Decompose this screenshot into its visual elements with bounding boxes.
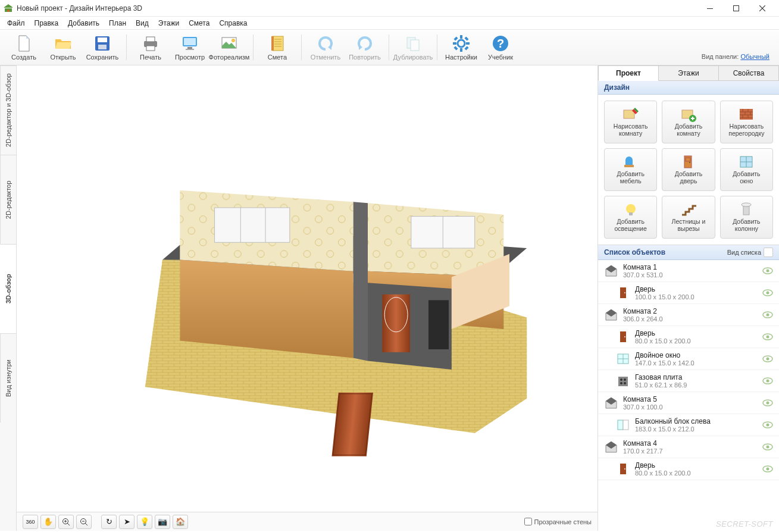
tool-save[interactable]: Сохранить xyxy=(83,32,121,62)
view-snapshot-button[interactable]: 📷 xyxy=(155,515,170,529)
visibility-eye-icon[interactable] xyxy=(762,311,773,318)
view-zoom-in-button[interactable] xyxy=(58,515,74,529)
svg-marker-42 xyxy=(353,202,368,361)
visibility-eye-icon[interactable] xyxy=(762,267,773,274)
svg-rect-67 xyxy=(629,212,633,215)
vertical-tab-strip: 2D-редактор и 3D-обзор 2D-редактор 3D-об… xyxy=(0,65,17,531)
visibility-eye-icon[interactable] xyxy=(762,399,773,406)
vtab-2d3d-combo[interactable]: 2D-редактор и 3D-обзор xyxy=(0,65,16,155)
design-button-label: Нарисовать перегородку xyxy=(728,123,764,137)
design-button-3[interactable]: Добавить мебель xyxy=(604,148,657,191)
object-row[interactable]: Балконный блок слева183.0 x 15.0 x 212.0 xyxy=(598,414,779,436)
object-list-mode-label[interactable]: Вид списка xyxy=(727,249,761,256)
visibility-eye-icon[interactable] xyxy=(762,289,773,296)
design-button-1[interactable]: Добавить комнату xyxy=(662,101,715,143)
svg-point-109 xyxy=(624,468,625,470)
tool-duplicate[interactable]: Дублировать xyxy=(394,32,432,62)
folder-open-icon xyxy=(54,34,73,53)
svg-rect-39 xyxy=(215,208,290,242)
object-row[interactable]: Комната 5307.0 x 100.0 xyxy=(598,392,779,414)
menu-plan[interactable]: План xyxy=(104,18,131,29)
view-camera-button[interactable]: ➤ xyxy=(119,515,134,529)
tab-floors[interactable]: Этажи xyxy=(659,65,719,81)
visibility-eye-icon[interactable] xyxy=(762,421,773,428)
design-button-5[interactable]: Добавить окно xyxy=(720,148,773,191)
design-button-8[interactable]: Добавить колонну xyxy=(720,196,773,239)
object-row[interactable]: Двойное окно147.0 x 15.0 x 142.0 xyxy=(598,348,779,370)
visibility-eye-icon[interactable] xyxy=(762,465,773,472)
visibility-eye-icon[interactable] xyxy=(762,377,773,384)
design-button-2[interactable]: Нарисовать перегородку xyxy=(720,101,773,143)
tab-project[interactable]: Проект xyxy=(598,65,659,81)
object-row[interactable]: Дверь100.0 x 15.0 x 200.0 xyxy=(598,282,779,304)
door-icon xyxy=(616,462,630,475)
vtab-inside-view[interactable]: Вид изнутри xyxy=(0,333,16,423)
minimize-button[interactable] xyxy=(697,1,723,16)
svg-point-91 xyxy=(624,378,626,381)
tool-open[interactable]: Открыть xyxy=(44,32,82,62)
menu-floors[interactable]: Этажи xyxy=(154,18,184,29)
menu-add[interactable]: Добавить xyxy=(63,18,104,29)
close-button[interactable] xyxy=(749,1,775,16)
object-row[interactable]: Комната 1307.0 x 531.0 xyxy=(598,260,779,282)
object-list[interactable]: Комната 1307.0 x 531.0Дверь100.0 x 15.0 … xyxy=(598,260,779,531)
transparent-walls-checkbox[interactable] xyxy=(524,518,532,525)
tab-properties[interactable]: Свойства xyxy=(719,65,779,81)
panel-mode-switcher[interactable]: Вид панели: Обычный xyxy=(702,53,769,60)
tool-preview[interactable]: Просмотр xyxy=(171,32,209,62)
new-file-icon xyxy=(14,34,33,53)
object-dims: 80.0 x 15.0 x 200.0 xyxy=(635,470,758,477)
menu-budget[interactable]: Смета xyxy=(184,18,214,29)
object-row[interactable]: Дверь80.0 x 15.0 x 200.0 xyxy=(598,458,779,480)
tool-budget[interactable]: Смета xyxy=(258,32,296,62)
vtab-2d-editor[interactable]: 2D-редактор xyxy=(0,155,16,244)
visibility-eye-icon[interactable] xyxy=(762,443,773,450)
svg-point-77 xyxy=(767,292,769,295)
view-pan-button[interactable]: ✋ xyxy=(40,515,56,529)
svg-rect-2 xyxy=(734,5,739,11)
object-row[interactable]: Комната 4170.0 x 217.7 xyxy=(598,436,779,458)
balcony-icon xyxy=(616,418,630,431)
design-button-icon xyxy=(680,107,697,122)
object-row[interactable]: Газовая плита51.0 x 62.1 x 86.9 xyxy=(598,370,779,392)
tool-redo[interactable]: Повторить xyxy=(346,32,384,62)
design-button-label: Лестницы и вырезы xyxy=(672,218,706,232)
list-view-icon[interactable] xyxy=(764,248,773,257)
view-360-button[interactable]: 360 xyxy=(23,515,38,529)
view-home-button[interactable]: 🏠 xyxy=(173,515,188,529)
3d-viewport[interactable] xyxy=(17,65,597,512)
design-button-4[interactable]: Добавить дверь xyxy=(662,148,715,191)
tool-settings[interactable]: Настройки xyxy=(442,32,480,62)
svg-marker-37 xyxy=(180,259,353,358)
svg-rect-21 xyxy=(460,48,462,52)
view-rotate-button[interactable]: ↻ xyxy=(101,515,117,529)
design-button-7[interactable]: Лестницы и вырезы xyxy=(662,196,715,239)
tool-undo[interactable]: Отменить xyxy=(306,32,345,62)
menu-file[interactable]: Файл xyxy=(2,18,30,29)
tool-tutorial[interactable]: ? Учебник xyxy=(481,32,520,62)
view-zoom-out-button[interactable] xyxy=(76,515,92,529)
design-button-0[interactable]: Нарисовать комнату xyxy=(604,101,657,143)
tool-create[interactable]: Создать xyxy=(5,32,43,62)
design-button-6[interactable]: Добавить освещение xyxy=(604,196,657,239)
svg-point-69 xyxy=(742,203,751,206)
printer-icon xyxy=(141,34,160,53)
vtab-3d-view[interactable]: 3D-обзор xyxy=(0,244,16,333)
object-dims: 307.0 x 100.0 xyxy=(623,403,758,411)
svg-rect-26 xyxy=(464,36,468,40)
transparent-walls-toggle[interactable]: Прозрачные стены xyxy=(524,518,592,525)
menu-edit[interactable]: Правка xyxy=(30,18,64,29)
view-light-button[interactable]: 💡 xyxy=(137,515,152,529)
viewport-toolbar: 360 ✋ ↻ ➤ 💡 📷 🏠 Прозрачные стены xyxy=(17,512,597,531)
object-row[interactable]: Дверь80.0 x 15.0 x 200.0 xyxy=(598,326,779,348)
menu-view[interactable]: Вид xyxy=(131,18,154,29)
tool-print[interactable]: Печать xyxy=(132,32,170,62)
design-button-icon xyxy=(622,154,640,170)
menu-help[interactable]: Справка xyxy=(214,18,252,29)
tool-photorealism[interactable]: Фотореализм xyxy=(210,32,248,62)
visibility-eye-icon[interactable] xyxy=(762,355,773,362)
maximize-button[interactable] xyxy=(723,1,749,16)
visibility-eye-icon[interactable] xyxy=(762,333,773,340)
object-row[interactable]: Комната 2306.0 x 264.0 xyxy=(598,304,779,326)
svg-rect-24 xyxy=(453,36,458,40)
